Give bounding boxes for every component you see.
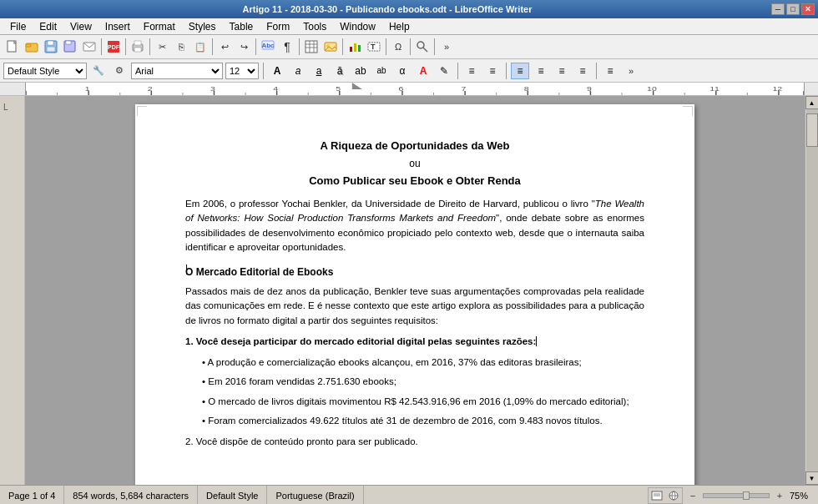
minimize-button[interactable]: ─ [771,3,785,15]
menu-help[interactable]: Help [382,20,417,33]
zoom-out-button[interactable]: − [686,489,699,502]
window-controls[interactable]: ─ □ ✕ [771,3,815,15]
align-center-button[interactable]: ≡ [532,63,550,79]
style-icon[interactable]: 🔧 [89,62,108,80]
align-left-button[interactable]: ≡ [511,63,529,79]
menu-format[interactable]: Format [137,20,182,33]
svg-text:1: 1 [85,86,90,93]
more-button[interactable]: » [437,38,456,56]
menu-insert[interactable]: Insert [98,20,137,33]
insert-special-char-button[interactable]: Ω [389,38,407,56]
text-box-button[interactable]: T [365,38,383,56]
scrollbar-track[interactable] [806,109,818,471]
align-justify-button[interactable]: ≡ [573,63,592,79]
scroll-down-button[interactable]: ▼ [805,471,819,485]
doc-numbered-1: 1. Você deseja participar do mercado edi… [185,335,644,349]
subscript-button[interactable]: ab [372,63,391,79]
maximize-button[interactable]: □ [786,3,800,15]
zoom-thumb[interactable] [743,491,750,500]
copy-button[interactable]: ⎘ [172,38,190,56]
doc-paragraph-2[interactable]: Passados mais de dez anos da publicação,… [185,285,644,328]
insert-chart-button[interactable] [346,38,364,56]
list-numbered-button[interactable]: ≡ [483,63,502,79]
underline-button[interactable]: a [310,63,328,79]
font-size-select[interactable]: 12 10 14 16 [225,63,259,79]
italic-button[interactable]: a [289,63,307,79]
paragraph-style-select[interactable]: Default Style Heading 1 Heading 2 [3,63,87,79]
doc-bullet-2: • Em 2016 foram vendidas 2.751.630 ebook… [202,375,644,389]
shadow-button[interactable]: ā [331,63,349,79]
list-bullet-button[interactable]: ≡ [462,63,481,79]
char-format-button[interactable]: α [393,63,412,79]
zoom-level[interactable]: 75% [790,491,815,501]
save-all-button[interactable] [61,38,79,56]
doc-numbered-2: 2. Você dispõe de conteúdo pronto para s… [185,435,644,449]
menu-styles[interactable]: Styles [182,20,223,33]
menu-bar: File Edit View Insert Format Styles Tabl… [0,18,818,35]
autocorrect-button[interactable]: ¶ [278,38,296,56]
web-view-button[interactable] [666,489,681,502]
insert-image-button[interactable] [321,38,340,56]
zoom-area[interactable]: − + 75% [686,489,815,502]
vertical-scrollbar[interactable]: ▲ ▼ [805,96,818,485]
zoom-in-button[interactable]: + [773,489,786,502]
more-format-button[interactable]: » [622,62,640,80]
scrollbar-thumb[interactable] [806,113,818,147]
document-scroll-area[interactable]: A Riqueza de Oportunidades da Web ou Com… [25,96,805,485]
font-color-button[interactable]: A [414,63,432,79]
sep9 [410,38,411,55]
svg-text:9: 9 [587,86,592,93]
style-list-icon[interactable]: ⚙ [110,62,129,80]
svg-text:8: 8 [524,86,529,93]
zoom-slider[interactable] [703,493,770,498]
new-button[interactable] [3,38,22,56]
svg-rect-2 [26,44,31,47]
menu-view[interactable]: View [63,20,98,33]
align-right-button[interactable]: ≡ [553,63,571,79]
menu-form[interactable]: Form [260,20,296,33]
paste-button[interactable]: 📋 [191,38,210,56]
highlight-button[interactable]: ✎ [435,63,453,79]
menu-window[interactable]: Window [333,20,382,33]
normal-view-button[interactable] [649,489,664,502]
menu-table[interactable]: Table [223,20,260,33]
view-mode-buttons[interactable] [648,487,683,504]
pdf-button[interactable]: PDF [104,38,123,56]
doc-paragraph-1[interactable]: Em 2006, o professor Yochai Benkler, da … [185,197,644,255]
sep5 [255,38,256,55]
svg-text:4: 4 [273,86,278,93]
save-button[interactable] [42,38,60,56]
strikethrough-button[interactable]: ab [351,63,370,79]
svg-text:11: 11 [709,86,720,93]
print-button[interactable] [129,38,147,56]
sep4 [212,38,213,55]
undo-button[interactable]: ↩ [215,38,234,56]
open-button[interactable] [23,38,41,56]
page-indicator: L [0,99,24,115]
doc-title-ou: ou [185,156,644,171]
svg-text:T: T [371,43,376,51]
scroll-up-button[interactable]: ▲ [805,96,819,109]
menu-file[interactable]: File [3,20,33,33]
sep-fmt4 [596,63,597,79]
menu-edit[interactable]: Edit [33,20,63,33]
menu-tools[interactable]: Tools [296,20,333,33]
insert-table-button[interactable] [302,38,321,56]
find-replace-button[interactable] [413,38,432,56]
sep-fmt3 [506,63,507,79]
redo-button[interactable]: ↪ [235,38,253,56]
spellcheck-button[interactable]: Abc [259,38,277,56]
bold-button[interactable]: A [268,63,286,79]
paragraph-settings-button[interactable]: ≡ [601,63,619,79]
svg-line-29 [423,48,427,52]
font-name-select[interactable]: Arial Times New Roman Courier New [131,63,223,79]
cut-button[interactable]: ✂ [153,38,171,56]
status-style[interactable]: Default Style [198,486,267,504]
page-count: Page 1 of 4 [8,491,55,501]
window-title: Artigo 11 - 2018-03-30 - Publicando eboo… [3,4,771,14]
status-language[interactable]: Portuguese (Brazil) [267,486,363,504]
close-button[interactable]: ✕ [801,3,815,15]
document-page[interactable]: A Riqueza de Oportunidades da Web ou Com… [135,104,694,485]
svg-marker-68 [352,83,362,89]
email-button[interactable] [80,38,98,56]
